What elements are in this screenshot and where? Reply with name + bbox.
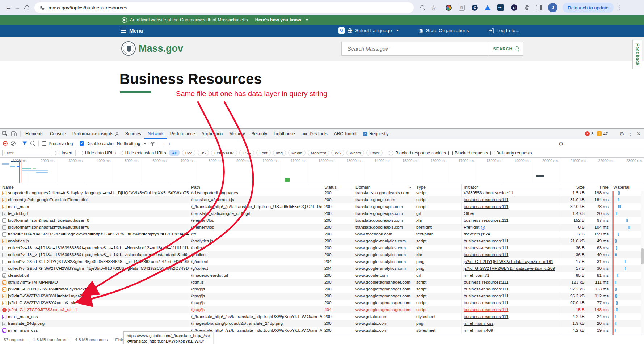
network-request-row[interactable]: ×js?id=G-L2TCP0JE7S&cx=c&_slc=1/gtag/js4… — [0, 306, 644, 313]
initiator-link[interactable]: m=el_conf:71 — [464, 273, 489, 278]
filter-pill-fetch-xhr[interactable]: Fetch/XHR — [211, 150, 237, 156]
network-request-row[interactable]: collect?v=2&tid=G-SW2TVH2WBY&gtm=45je3bt… — [0, 265, 644, 272]
network-request-row[interactable]: collect?v=2&tid=G-E2HYQ6TW32&gtm=45je3bt… — [0, 258, 644, 265]
network-request-row[interactable]: te_ctrl3.gif/translate_static/img/te_ctr… — [0, 210, 644, 217]
filter-pill-js[interactable]: JS — [198, 150, 209, 156]
site-settings-icon[interactable] — [39, 5, 45, 10]
filter-pill-ws[interactable]: WS — [331, 150, 344, 156]
warning-count-badge[interactable]: !47 — [597, 131, 608, 136]
devtools-tab-application[interactable]: Application — [198, 129, 226, 139]
device-toolbar-icon[interactable] — [9, 129, 19, 139]
devtools-tab-performance[interactable]: Performance — [167, 129, 198, 139]
devtools-tab-axe-devtools[interactable]: axe DevTools — [298, 129, 331, 139]
network-conditions-icon[interactable] — [150, 141, 156, 146]
initiator-link[interactable]: js?id=G-E2HYQ6TW32&l=dataLayer&cx=c:181 — [464, 259, 553, 264]
initiator-link[interactable]: business-resources:111 — [464, 245, 509, 250]
profile-avatar[interactable]: J — [548, 3, 557, 12]
disable-cache-checkbox[interactable]: Disable cache — [80, 141, 113, 146]
column-header-status[interactable]: Status — [322, 184, 353, 191]
initiator-link[interactable]: business-resources:111 — [464, 314, 509, 319]
extensions-puzzle-icon[interactable] — [524, 5, 530, 10]
devtools-tab-lighthouse[interactable]: Lighthouse — [270, 129, 298, 139]
devtools-tab-network[interactable]: Network — [144, 129, 167, 139]
c-lock-extension-icon[interactable]: C — [472, 5, 478, 11]
arc-extension-icon[interactable]: ARC — [497, 4, 504, 11]
network-request-row[interactable]: js?id=G-E2HYQ6TW32&l=dataLayer&cx=c/gtag… — [0, 286, 644, 293]
filter-pill-doc[interactable]: Doc — [182, 150, 196, 156]
address-bar[interactable]: mass.gov/topics/business-resources — [34, 2, 414, 13]
network-request-row[interactable]: supportedLanguages?client=te&display_lan… — [0, 191, 644, 196]
invert-checkbox[interactable]: Invert — [55, 150, 72, 156]
heres-how-you-know-link[interactable]: Here's how you know — [255, 17, 301, 22]
forward-icon[interactable]: → — [13, 4, 22, 11]
clear-network-log-icon[interactable] — [11, 141, 16, 146]
axe-extension-icon[interactable] — [485, 5, 491, 10]
initiator-link[interactable]: business-resources:111 — [464, 300, 509, 305]
language-selector[interactable]: G Select Language — [338, 27, 399, 34]
initiator-link[interactable]: m=el_main:469 — [464, 328, 493, 333]
inspect-element-icon[interactable] — [0, 129, 9, 139]
devtools-tab-sources[interactable]: Sources — [122, 129, 144, 139]
initiator-link[interactable]: business-resources:111 — [464, 293, 509, 298]
network-request-row[interactable]: m=el_main_css/_/translate_http/_/ss/k=tr… — [0, 313, 644, 320]
massgov-logo[interactable]: Mass.gov — [121, 41, 183, 56]
initiator-link[interactable]: business-resources:111 — [464, 197, 509, 202]
error-count-badge[interactable]: ×3 — [585, 131, 593, 136]
column-header-initiator[interactable]: Initiator — [462, 184, 559, 191]
column-header-time[interactable]: Time — [587, 184, 611, 191]
search-network-icon[interactable] — [30, 141, 35, 146]
network-request-row[interactable]: collect?v=1&_v=j101&a=1316393636&t=pagev… — [0, 245, 644, 251]
devtools-menu-icon[interactable]: ⋮ — [628, 131, 634, 137]
initiator-link[interactable]: business-resources:111 — [464, 307, 509, 312]
filter-pill-other[interactable]: Other — [366, 150, 383, 156]
initiator-link[interactable]: m=el_main_css — [464, 321, 493, 326]
initiator-link[interactable]: js?id=G-SW2TVH2WBY&l=dataLayer&cx=c:209 — [464, 266, 555, 271]
network-request-row[interactable]: translate_24dp.png/images/branding/produ… — [0, 320, 644, 327]
url-text[interactable]: mass.gov/topics/business-resources — [49, 5, 127, 10]
filter-pill-img[interactable]: Img — [273, 150, 286, 156]
login-link[interactable]: Log In to... — [488, 28, 519, 33]
initiator-link[interactable]: fbevents.js:24 — [464, 232, 490, 237]
feedback-tab[interactable]: Feedback — [632, 40, 642, 69]
initiator-link[interactable]: business-resources:111 — [464, 238, 509, 243]
initiator-link[interactable]: business-resources:111 — [464, 286, 509, 292]
browser-menu-icon[interactable]: ⋮ — [616, 4, 622, 11]
network-request-row[interactable]: log?format=json&hasfast=true&authuser=0/… — [0, 224, 644, 231]
filter-pill-font[interactable]: Font — [256, 150, 271, 156]
devtools-tab-arc-toolkit[interactable]: ARC Toolkit — [331, 129, 360, 139]
network-request-row[interactable]: analytics.js/analytics.js200www.google-a… — [0, 238, 644, 245]
devtools-tab-requestly[interactable]: RRequestly — [360, 129, 392, 139]
relaunch-button[interactable]: Relaunch to update — [563, 3, 614, 13]
initiator-link[interactable]: VM39556 about:srcdoc:11 — [464, 191, 513, 195]
initiator-link[interactable]: business-resources:111 — [464, 204, 509, 209]
network-request-row[interactable]: element.js?cb=googleTranslateElementInit… — [0, 196, 644, 203]
menu-button[interactable]: Menu — [121, 27, 143, 34]
network-request-row[interactable]: tr/?id=290747046569972&ev=PageView&dl=ht… — [0, 231, 644, 238]
column-header-waterfall[interactable]: Waterfall — [611, 184, 644, 191]
filter-pill-manifest[interactable]: Manifest — [308, 150, 329, 156]
zoom-icon[interactable] — [420, 5, 425, 10]
devtools-tab-elements[interactable]: Elements — [22, 129, 47, 139]
site-search-button[interactable]: SEARCH — [489, 42, 523, 56]
column-header-type[interactable]: Type — [414, 184, 462, 191]
3rd-party-requests-checkbox[interactable]: 3rd-party requests — [490, 150, 532, 156]
blocked-requests-checkbox[interactable]: Blocked requests — [448, 150, 488, 156]
network-request-row[interactable]: js?id=G-SW2TVH2WBY&cx=c&_slc=1/gtag/js20… — [0, 300, 644, 306]
initiator-link[interactable]: business-resources:111 — [464, 280, 509, 285]
side-panel-icon[interactable] — [536, 5, 542, 10]
devtools-tab-security[interactable]: Security — [248, 129, 270, 139]
r-extension-icon[interactable]: R — [459, 5, 465, 11]
hide-data-urls-checkbox[interactable]: Hide data URLs — [79, 150, 116, 156]
initiator-link[interactable]: business-resources:111 — [464, 252, 509, 257]
network-settings-icon[interactable]: ⚙ — [559, 141, 563, 147]
si-extension-icon[interactable]: Si — [511, 4, 517, 11]
network-overview-timeline[interactable]: 1000 ms2000 ms3000 ms4000 ms5000 ms6000 … — [0, 158, 644, 184]
back-icon[interactable]: ← — [4, 4, 13, 11]
filter-pill-all[interactable]: All — [169, 150, 180, 156]
color-wheel-extension-icon[interactable] — [446, 5, 452, 11]
devtools-tab-memory[interactable]: Memory — [226, 129, 248, 139]
blocked-response-cookies-checkbox[interactable]: Blocked response cookies — [389, 150, 446, 156]
filter-pill-wasm[interactable]: Wasm — [346, 150, 364, 156]
state-organizations-link[interactable]: State Organizations — [418, 28, 469, 33]
reload-icon[interactable] — [24, 4, 30, 11]
